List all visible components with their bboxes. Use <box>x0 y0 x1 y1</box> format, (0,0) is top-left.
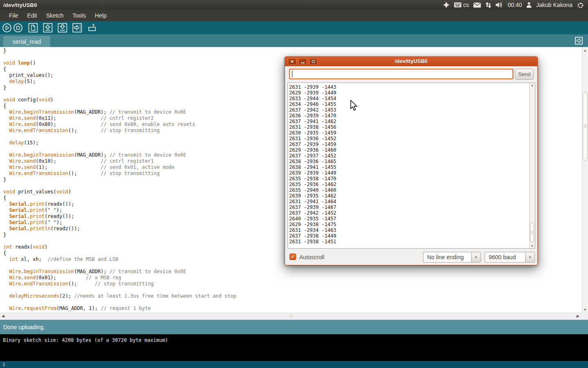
notifications-pinwheel-icon[interactable] <box>443 2 450 8</box>
serial-output-text: 2631 -2939 -14432629 -2939 -14492633 -29… <box>289 84 336 245</box>
text-caret <box>292 71 292 77</box>
verify-button[interactable] <box>2 23 12 33</box>
serial-data-line: 2631 -2938 -1456 <box>289 124 336 130</box>
upload-button[interactable] <box>72 23 82 33</box>
editor-horizontal-scrollbar[interactable]: ◀ ▶ <box>0 313 582 320</box>
serial-data-line: 2637 -2939 -1459 <box>289 141 336 147</box>
code-line <box>3 287 582 293</box>
focused-window-title: /dev/ttyUSB0 <box>0 2 37 8</box>
serial-data-line: 2635 -2940 -1460 <box>289 187 336 193</box>
user-icon <box>526 2 532 8</box>
serial-vscroll-thumb[interactable] <box>530 222 534 243</box>
clock[interactable]: 00:40 <box>508 2 522 8</box>
serial-data-line: 2640 -2935 -1457 <box>289 216 336 222</box>
scroll-up-icon[interactable]: ▲ <box>530 84 535 87</box>
serial-data-line: 2631 -2939 -1443 <box>289 84 336 90</box>
serial-data-line: 2637 -2938 -1449 <box>289 233 336 239</box>
checkmark-icon: ✓ <box>291 254 295 259</box>
code-line: Wire.send(0x01); // x MSB reg <box>3 275 582 281</box>
serial-vertical-scrollbar[interactable]: ▲ ▼ <box>529 83 535 248</box>
console-output: Binary sketch size: 4208 bytes (of a 307… <box>3 337 168 343</box>
save-sketch-button[interactable] <box>58 23 67 33</box>
mail-icon[interactable] <box>473 2 481 8</box>
baud-rate-dropdown[interactable]: 9600 baud ▼ <box>485 252 535 263</box>
code-line: } <box>3 48 582 54</box>
tab-menu-button[interactable] <box>575 37 583 45</box>
serial-monitor-button[interactable] <box>87 23 97 33</box>
serial-data-line: 2635 -2936 -1462 <box>289 182 336 187</box>
send-button[interactable]: Send <box>515 69 534 80</box>
chevron-down-icon[interactable]: ▼ <box>471 252 481 263</box>
serial-data-line: 2637 -2942 -1452 <box>289 210 336 216</box>
session-gear-icon[interactable] <box>577 2 584 9</box>
editor-vscroll-thumb[interactable] <box>583 92 588 161</box>
tabstrip: serial_read <box>0 34 588 47</box>
serial-monitor-title: /dev/ttyUSB0 <box>285 58 537 64</box>
keyboard-layout-label: cs <box>463 2 469 8</box>
status-bar: Done uploading. <box>0 320 588 334</box>
serial-data-line: 2631 -2941 -1464 <box>289 199 336 204</box>
serial-data-line: 2639 -2935 -1462 <box>289 193 336 199</box>
autoscroll-checkbox[interactable]: ✓ <box>290 254 296 260</box>
serial-data-line: 2631 -2936 -1452 <box>289 136 336 141</box>
serial-data-line: 2631 -2938 -1451 <box>289 239 336 245</box>
menu-item-file[interactable]: File <box>4 10 23 21</box>
serial-data-line: 2629 -2938 -1475 <box>289 222 336 227</box>
scrollbar-corner <box>582 313 588 320</box>
editor-vertical-scrollbar[interactable]: ▲ ▼ <box>582 47 588 313</box>
code-line: Wire.beginTransmission(MAG_ADDR); // tra… <box>3 269 582 275</box>
stop-button[interactable] <box>13 23 23 33</box>
mouse-cursor <box>350 100 358 112</box>
current-line-number: 1 <box>2 362 5 367</box>
user-name[interactable]: Jakub Kakona <box>536 2 572 8</box>
volume-icon[interactable] <box>496 2 503 8</box>
serial-monitor-window: ✕ /dev/ttyUSB0 Send 2631 -2939 -14432629… <box>285 56 538 265</box>
open-sketch-button[interactable] <box>43 23 53 33</box>
serial-data-line: 2639 -2939 -1449 <box>289 170 336 176</box>
serial-monitor-titlebar[interactable]: ✕ /dev/ttyUSB0 <box>285 57 537 66</box>
serial-data-line: 2629 -2939 -1449 <box>289 90 336 96</box>
serial-data-line: 2634 -2946 -1455 <box>289 101 336 107</box>
serial-data-line: 2638 -2936 -1465 <box>289 159 336 164</box>
line-ending-value: No line ending <box>423 252 471 263</box>
new-sketch-button[interactable] <box>28 23 38 33</box>
toolbar <box>0 21 588 34</box>
serial-data-line: 2638 -2941 -1455 <box>289 164 336 170</box>
serial-data-line: 2636 -2939 -1470 <box>289 113 336 119</box>
scroll-right-icon[interactable]: ▶ <box>577 314 579 318</box>
autoscroll-label: Autoscroll <box>299 254 324 260</box>
scroll-down-icon[interactable]: ▼ <box>530 245 535 247</box>
menu-item-edit[interactable]: Edit <box>23 10 42 21</box>
serial-input[interactable] <box>290 70 512 79</box>
scroll-left-icon[interactable]: ◀ <box>2 314 4 318</box>
status-message: Done uploading. <box>3 324 45 330</box>
code-line: Wire.requestFrom(MAG_ADDR, 1); // reques… <box>3 305 582 312</box>
serial-data-line: 2633 -2944 -1454 <box>289 96 336 101</box>
scroll-down-icon[interactable]: ▼ <box>582 308 588 312</box>
desktop-panel: /dev/ttyUSB0 cs 00:40 Jakub Kakona <box>0 0 588 10</box>
menu-item-tools[interactable]: Tools <box>68 10 91 21</box>
menu-item-help[interactable]: Help <box>90 10 111 21</box>
code-line: delayMicroseconds(2); //needs at least 1… <box>3 293 582 299</box>
menu-item-sketch[interactable]: Sketch <box>42 10 68 21</box>
serial-data-line: 2630 -2935 -1459 <box>289 130 336 136</box>
build-console: Binary sketch size: 4208 bytes (of a 307… <box>0 334 588 361</box>
menubar: FileEditSketchToolsHelp <box>0 10 588 21</box>
keyboard-layout-icon[interactable]: cs <box>454 2 469 8</box>
serial-output-area[interactable]: 2631 -2939 -14432629 -2939 -14492633 -29… <box>287 83 535 249</box>
code-line <box>3 299 582 305</box>
hscroll-grip[interactable] <box>290 315 294 318</box>
line-ending-dropdown[interactable]: No line ending ▼ <box>423 252 481 263</box>
serial-input-wrap <box>289 69 513 79</box>
tab-serial-read[interactable]: serial_read <box>3 36 50 47</box>
tab-label: serial_read <box>13 38 41 45</box>
serial-data-line: 2637 -2942 -1453 <box>289 107 336 113</box>
chevron-down-icon[interactable]: ▼ <box>525 252 535 263</box>
network-updown-icon[interactable] <box>486 2 491 8</box>
serial-data-line: 2637 -2937 -1452 <box>289 153 336 159</box>
baud-rate-value: 9600 baud <box>485 252 525 263</box>
serial-data-line: 2629 -2936 -1460 <box>289 147 336 153</box>
code-line: Wire.endTransmission(); // stop transmit… <box>3 281 582 287</box>
scroll-up-icon[interactable]: ▲ <box>582 49 588 52</box>
system-tray: cs 00:40 Jakub Kakona <box>443 2 588 9</box>
